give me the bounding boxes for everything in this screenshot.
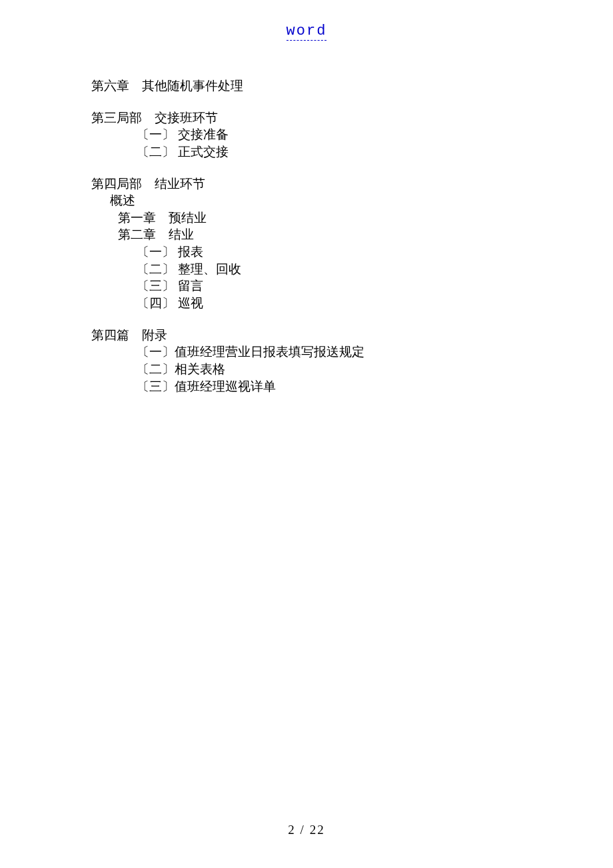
toc-part4b-item: 〔三〕值班经理巡视详单 <box>137 378 531 395</box>
toc-part4a-title: 第四局部 结业环节 <box>91 175 531 193</box>
spacer <box>91 161 531 175</box>
toc-part4a-ch2-item: 〔一〕 报表 <box>137 243 531 261</box>
toc-part4a-ch2-item: 〔二〕 整理、回收 <box>137 261 531 278</box>
toc-part3-item: 〔二〕 正式交接 <box>137 143 531 161</box>
page-footer: 2 / 22 <box>0 823 613 837</box>
toc-part4a-ch2-item: 〔四〕 巡视 <box>137 295 531 312</box>
toc-part4b-item: 〔二〕相关表格 <box>137 361 531 378</box>
toc-part4b-title: 第四篇 附录 <box>91 327 531 344</box>
toc-part4a-ch1: 第一章 预结业 <box>118 209 531 227</box>
page-number: 2 / 22 <box>288 823 324 837</box>
toc-part4a-overview: 概述 <box>110 192 531 209</box>
toc-chapter6: 第六章 其他随机事件处理 <box>91 77 531 95</box>
toc-part4b-item: 〔一〕值班经理营业日报表填写报送规定 <box>137 343 531 361</box>
toc-part3-title: 第三局部 交接班环节 <box>91 109 531 127</box>
page-header: word <box>0 23 613 39</box>
spacer <box>91 95 531 109</box>
toc-part4a-ch2-item: 〔三〕 留言 <box>137 277 531 295</box>
toc-content: 第六章 其他随机事件处理 第三局部 交接班环节 〔一〕 交接准备 〔二〕 正式交… <box>91 77 531 395</box>
toc-part3-item: 〔一〕 交接准备 <box>137 126 531 143</box>
toc-part4a-ch2: 第二章 结业 <box>118 226 531 243</box>
spacer <box>91 312 531 327</box>
word-link[interactable]: word <box>287 23 327 41</box>
